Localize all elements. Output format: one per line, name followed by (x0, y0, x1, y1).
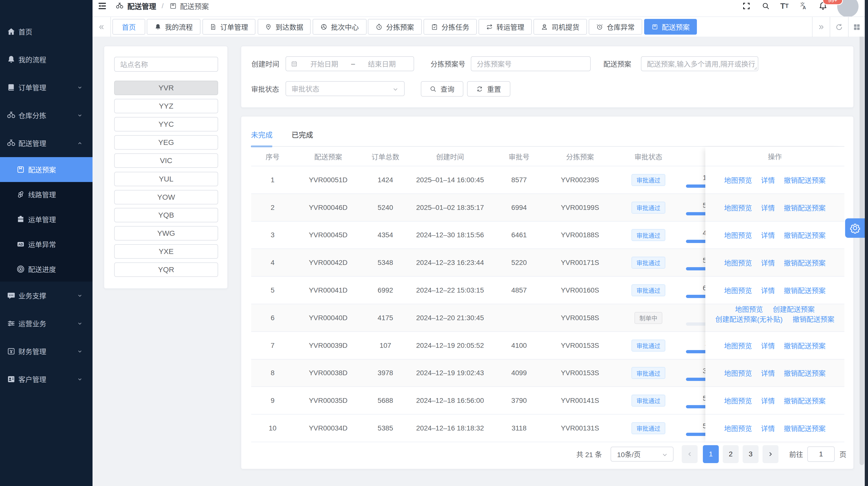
svg-text:A: A (803, 5, 806, 10)
svg-text:AD: AD (19, 242, 23, 246)
